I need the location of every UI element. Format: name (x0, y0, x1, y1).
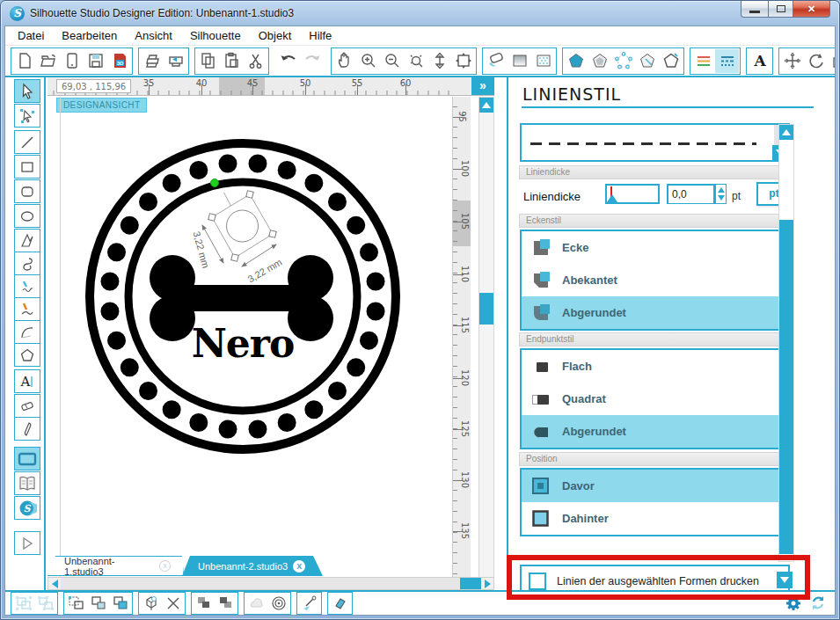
position-option-davor[interactable]: Davor (522, 470, 788, 502)
scroll-up-arrow[interactable] (479, 98, 493, 113)
trace-button[interactable] (298, 594, 320, 613)
zoom-selection-button[interactable] (404, 49, 427, 73)
save-to-library-button[interactable]: 3D (107, 49, 131, 73)
thickness-input[interactable] (668, 186, 713, 203)
rounded-rectangle-tool[interactable] (14, 179, 40, 203)
design-view-button[interactable] (14, 447, 40, 470)
select-tool[interactable] (14, 79, 40, 103)
make-compound-path-button[interactable] (65, 594, 87, 613)
spin-up-icon[interactable] (718, 187, 725, 193)
pattern-fill-button[interactable] (531, 49, 555, 73)
group-button[interactable] (12, 594, 34, 613)
curve-tool[interactable] (14, 252, 40, 275)
text-style-button[interactable]: A (748, 49, 771, 73)
send-backward-button[interactable] (193, 594, 215, 613)
restore-button[interactable] (769, 1, 793, 18)
sync-icon[interactable] (808, 594, 828, 612)
spin-down-icon[interactable] (718, 195, 725, 201)
new-document-button[interactable] (12, 49, 36, 73)
menu-silhouette[interactable]: Silhouette (181, 26, 250, 45)
open-button[interactable] (36, 49, 60, 73)
scroll-right-arrow[interactable] (481, 578, 493, 589)
library-button[interactable] (14, 471, 40, 495)
shape-shadow-style-button[interactable] (588, 49, 611, 73)
print-button[interactable] (140, 49, 164, 73)
corner-option-abekantet[interactable]: Abekantet (522, 264, 788, 296)
rectangle-tool[interactable] (14, 155, 40, 179)
send-to-device-button[interactable] (60, 49, 84, 73)
cap-option-quadrat[interactable]: Quadrat (522, 383, 788, 415)
panel-scrollbar[interactable] (778, 124, 794, 562)
settings-gear-icon[interactable] (785, 594, 802, 612)
move-button[interactable] (780, 49, 804, 73)
minimize-button[interactable] (741, 1, 769, 18)
gradient-fill-button[interactable] (508, 49, 531, 73)
stamp-design[interactable]: Nero (90, 143, 396, 449)
send-button[interactable] (14, 531, 40, 555)
cap-option-flach[interactable]: Flach (522, 350, 788, 383)
zoom-in-button[interactable] (356, 49, 380, 73)
thickness-slider[interactable] (605, 184, 660, 204)
freehand-tool[interactable] (14, 274, 40, 298)
slider-thumb[interactable] (607, 194, 617, 202)
redo-button[interactable] (300, 49, 324, 73)
save-button[interactable] (84, 49, 107, 73)
polygon-tool[interactable] (14, 229, 40, 252)
cut-button[interactable] (244, 49, 267, 73)
thickness-value-field[interactable] (667, 184, 715, 204)
close-button[interactable]: ✕ (793, 1, 830, 18)
release-compound-path-button[interactable] (87, 594, 109, 613)
menu-datei[interactable]: Datei (9, 26, 53, 45)
line-color-button[interactable] (691, 49, 715, 73)
panel-scroll-down-arrow[interactable] (777, 572, 793, 588)
cap-option-abgerundet[interactable]: Abgerundet (522, 415, 788, 448)
store-button[interactable]: S (14, 496, 40, 520)
shape-select-style-button[interactable] (635, 49, 659, 73)
duplicate-button[interactable] (109, 594, 131, 613)
text-tool[interactable]: A (14, 369, 40, 393)
scroll-left-arrow[interactable] (48, 578, 61, 589)
corner-option-abgerundet[interactable]: Abgerundet (522, 296, 788, 329)
canvas-horizontal-scrollbar[interactable] (47, 577, 494, 590)
menu-hilfe[interactable]: Hilfe (300, 26, 340, 45)
eraser-tool[interactable] (14, 394, 40, 418)
shape-points-style-button[interactable] (611, 49, 635, 73)
fit-to-page-button[interactable] (451, 49, 475, 73)
panel-scroll-thumb[interactable] (779, 220, 793, 554)
arc-tool[interactable] (14, 320, 40, 344)
pet-name-text[interactable]: Nero (192, 321, 295, 366)
shape-outline-style-button[interactable] (659, 49, 683, 73)
vertical-scroll-thumb[interactable] (479, 293, 493, 325)
regular-polygon-tool[interactable] (14, 343, 40, 367)
menu-ansicht[interactable]: Ansicht (126, 26, 181, 45)
ungroup-button[interactable] (34, 594, 56, 613)
bring-forward-button[interactable] (215, 594, 237, 613)
panel-scroll-up-arrow[interactable] (779, 125, 793, 140)
paste-button[interactable] (220, 49, 244, 73)
copy-button[interactable] (196, 49, 220, 73)
line-style-button[interactable] (715, 49, 739, 73)
fill-color-button[interactable] (484, 49, 508, 73)
pan-tool-button[interactable] (332, 49, 356, 73)
flip-button[interactable] (329, 594, 351, 613)
smooth-freehand-tool[interactable] (14, 297, 40, 321)
send-to-silhouette-button[interactable] (164, 49, 187, 73)
tab-unbenannt-1[interactable]: Unbenannt-1.studio3 x (47, 556, 184, 576)
menu-objekt[interactable]: Objekt (250, 26, 301, 45)
ellipse-tool[interactable] (14, 204, 40, 228)
zoom-out-button[interactable] (380, 49, 404, 73)
canvas-vertical-scrollbar[interactable] (478, 97, 494, 602)
design-drawing[interactable]: Nero (60, 95, 473, 570)
edit-points-tool[interactable] (14, 104, 40, 128)
title-bar[interactable]: S Silhouette Studio Designer Edition: Un… (1, 1, 839, 26)
undo-button[interactable] (276, 49, 300, 73)
print-lines-checkbox[interactable] (529, 573, 546, 590)
line-tool[interactable] (14, 130, 40, 154)
delete-button[interactable] (162, 594, 184, 613)
tab-unbenannt-2[interactable]: Unbenannt-2.studio3 X (182, 556, 323, 576)
position-option-dahinter[interactable]: Dahinter (522, 502, 788, 535)
collapse-panel-button[interactable]: » (471, 77, 494, 95)
weld-button[interactable] (140, 594, 162, 613)
modify-shape-button[interactable] (245, 594, 267, 613)
close-tab-icon[interactable]: X (293, 560, 305, 573)
